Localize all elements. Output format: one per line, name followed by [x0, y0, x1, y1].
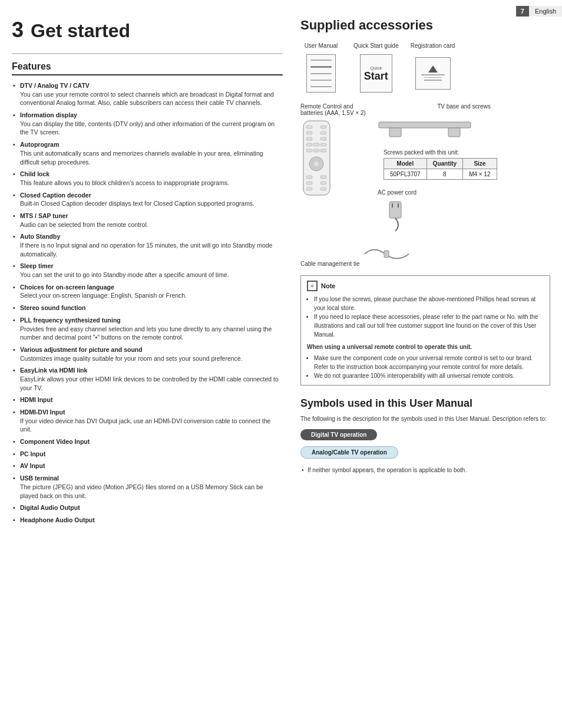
accessories-title: Supplied accessories [300, 18, 550, 33]
chapter-title: Get started [31, 20, 130, 42]
feat-name-pc: PC Input [20, 450, 45, 457]
manual-line2 [310, 66, 332, 68]
feat-desc-adjust: Customizes image quality suitable for yo… [20, 354, 283, 363]
note-universal-1: Make sure the component code on your uni… [314, 354, 544, 371]
feat-name-component: Component Video Input [20, 438, 90, 445]
symbols-title: Symbols used in this User Manual [300, 397, 550, 410]
accessory-remote: Remote Control andbatteries (AAA, 1.5V ×… [300, 103, 366, 196]
note-bullets: If you lose the screws, please purchase … [307, 295, 544, 339]
svg-rect-4 [320, 131, 326, 134]
accessory-label-manual: User Manual [305, 42, 338, 49]
feat-desc-child: This feature allows you to block childre… [20, 179, 283, 187]
svg-rect-21 [379, 122, 471, 128]
feature-item-hdmi: HDMI Input [12, 396, 283, 404]
feat-name-standby: Auto Standby [20, 233, 60, 240]
quickstart-icon: Quick Start [360, 54, 392, 93]
feat-name-stereo: Stereo sound function [20, 304, 85, 311]
feature-item-av: AV Input [12, 462, 283, 470]
svg-rect-24 [389, 202, 401, 218]
feat-desc-usb: The picture (JPEG) and video (Motion JPE… [20, 483, 283, 500]
feat-name-easylink: EasyLink via HDMI link [20, 367, 87, 374]
note-bullet-2: If you need to replace these accessories… [314, 312, 544, 339]
screws-header-model: Model [384, 159, 427, 169]
feature-item-lang: Choices for on-screen language Select yo… [12, 283, 283, 300]
accessory-tvbase: TV base and screws Screws packed with th… [378, 103, 550, 233]
svg-rect-22 [389, 128, 401, 137]
feature-item-pll: PLL frequency synthesized tuning Provide… [12, 316, 283, 342]
feat-name-info: Information display [20, 111, 77, 118]
svg-rect-5 [306, 137, 312, 140]
feat-desc-dtv: You can use your remote control to selec… [20, 90, 283, 107]
screws-size: M4 × 12 [463, 169, 497, 180]
screws-table: Model Quantity Size 50PFL3707 8 M4 × 12 [384, 158, 497, 180]
feat-name-dtv: DTV / Analog TV / CATV [20, 82, 90, 89]
svg-rect-2 [320, 126, 326, 129]
chapter-number: 3 [12, 18, 24, 42]
svg-rect-20 [320, 187, 326, 190]
feat-desc-easylink: EasyLink allows your other HDMI link dev… [20, 375, 283, 392]
manual-line3 [310, 73, 332, 74]
note-box: ≡ Note If you lose the screws, please pu… [300, 275, 550, 386]
ac-label: AC power cord [378, 189, 550, 196]
svg-rect-16 [320, 176, 326, 179]
feature-item-easylink: EasyLink via HDMI link EasyLink allows y… [12, 366, 283, 392]
accessories-row2: Remote Control andbatteries (AAA, 1.5V ×… [300, 103, 550, 233]
feat-name-lang: Choices for on-screen language [20, 284, 114, 291]
screws-header-qty: Quantity [427, 159, 463, 169]
accessory-reg-card: Registration card [411, 42, 455, 94]
page-badge: 7 English [516, 6, 562, 17]
cable-icon [362, 242, 415, 266]
feat-name-mts: MTS / SAP tuner [20, 212, 68, 219]
feature-item-hdmidvi: HDMI-DVI Input If your video device has … [12, 408, 283, 434]
svg-point-14 [313, 161, 319, 167]
feat-desc-pll: Provides free and easy channel selection… [20, 325, 283, 342]
regcard-line2 [424, 77, 442, 78]
regcard-image [412, 52, 454, 94]
feature-item-info: Information display You can display the … [12, 111, 283, 137]
accessory-label-tvbase: TV base and screws [378, 103, 550, 110]
regcard-line1 [421, 74, 445, 75]
feature-item-caption: Closed Caption decoder Built-in Closed C… [12, 191, 283, 208]
accessory-label-reg: Registration card [411, 42, 455, 49]
feature-item-adjust: Various adjustment for picture and sound… [12, 345, 283, 363]
feat-desc-caption: Built-in Closed Caption decoder displays… [20, 199, 283, 208]
regcard-icon [415, 57, 451, 90]
symbol-badge-digital: Digital TV operation [300, 429, 377, 440]
svg-rect-12 [320, 149, 326, 152]
feat-desc-info: You can display the title, contents (DTV… [20, 120, 283, 137]
feature-item-sleep: Sleep timer You can set the unit to go i… [12, 262, 283, 279]
screws-header-size: Size [463, 159, 497, 169]
feat-name-adjust: Various adjustment for picture and sound [20, 346, 143, 353]
feat-name-digital-audio: Digital Audio Output [20, 504, 80, 511]
remote-icon [300, 120, 333, 196]
accessory-quick-start: Quick Start guide Quick Start [353, 42, 399, 94]
page-language: English [529, 6, 562, 17]
feat-desc-lang: Select your on-screen language: English,… [20, 291, 283, 300]
svg-rect-1 [306, 126, 312, 129]
feat-desc-sleep: You can set the unit to go into Standby … [20, 271, 283, 279]
note-universal-bullets: Make sure the component code on your uni… [307, 354, 544, 380]
feature-item-headphone: Headphone Audio Output [12, 516, 283, 525]
features-list: DTV / Analog TV / CATV You can use your … [12, 81, 283, 525]
right-column: Supplied accessories User Manual Quick S… [300, 18, 550, 528]
note-header: ≡ Note [307, 281, 544, 291]
accessories-row1: User Manual Quick Start guide Quick [300, 42, 550, 94]
manual-line5 [310, 86, 332, 87]
feat-name-sleep: Sleep timer [20, 262, 54, 269]
svg-rect-8 [313, 143, 319, 146]
feature-item-stereo: Stereo sound function [12, 304, 283, 312]
cable-item: Cable management tie [300, 242, 415, 267]
svg-rect-10 [306, 149, 312, 152]
feat-name-headphone: Headphone Audio Output [20, 516, 95, 523]
svg-rect-9 [320, 143, 326, 146]
feature-item-child: Child lock This feature allows you to bl… [12, 170, 283, 187]
quickstart-image: Quick Start [355, 52, 396, 94]
cable-row: Cable management tie [300, 242, 550, 267]
cable-label: Cable management tie [300, 261, 360, 267]
screws-section: Screws packed with this unit: Model Quan… [384, 149, 550, 180]
svg-rect-23 [448, 128, 460, 137]
svg-rect-19 [306, 187, 312, 190]
svg-rect-7 [306, 143, 312, 146]
feat-name-child: Child lock [20, 170, 49, 177]
symbol-badge-analog: Analog/Cable TV operation [300, 446, 398, 459]
